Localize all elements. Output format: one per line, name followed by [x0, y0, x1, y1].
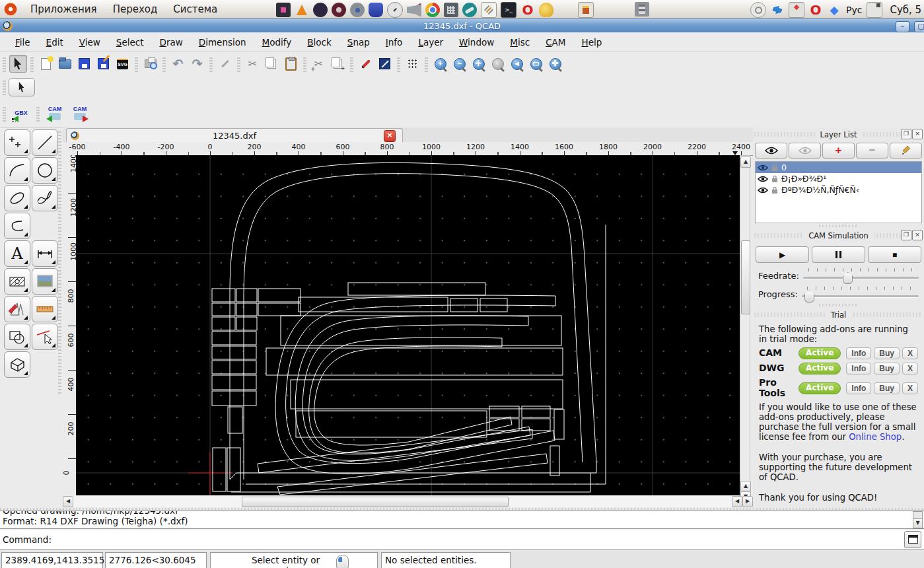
tool-arc-button[interactable]: [4, 157, 30, 184]
globe-icon[interactable]: [462, 3, 477, 17]
show-all-layers-button[interactable]: [755, 143, 787, 159]
toolbar-handle[interactable]: [3, 56, 6, 72]
palette-handle[interactable]: [58, 129, 61, 394]
zoom-out-button[interactable]: −: [450, 55, 468, 73]
tool-measure-button[interactable]: [32, 296, 58, 322]
chrome-icon[interactable]: [425, 3, 440, 17]
draw-order-button[interactable]: [216, 55, 234, 73]
menu-misc[interactable]: Misc: [503, 34, 537, 50]
menu-window[interactable]: Window: [452, 34, 501, 50]
layer-visible-icon[interactable]: [758, 164, 768, 171]
buy-button[interactable]: Buy: [874, 347, 900, 359]
auto-zoom-button[interactable]: ✛: [470, 55, 487, 73]
feedrate-slider[interactable]: [803, 268, 919, 283]
desktop-menu-places[interactable]: Переход: [105, 3, 166, 15]
toolbar-handle[interactable]: [36, 106, 40, 122]
edit-layer-button[interactable]: [890, 143, 922, 159]
opera-icon[interactable]: O: [520, 3, 535, 17]
layer-lock-icon[interactable]: [771, 186, 778, 194]
buy-button[interactable]: Buy: [874, 382, 900, 394]
toolbar-handle[interactable]: [30, 56, 34, 72]
horizontal-scroll-thumb[interactable]: [242, 497, 509, 507]
package-installer-icon[interactable]: [578, 2, 594, 18]
toolbar-handle[interactable]: [3, 106, 6, 122]
message-history[interactable]: Opened drawing: /home/nkp/12345.dxf Form…: [0, 511, 924, 529]
sc-phone-icon[interactable]: [407, 3, 421, 17]
panel-splitter[interactable]: [753, 223, 924, 229]
canvas-vertical-scrollbar[interactable]: ▲ ▲ ▼: [740, 155, 750, 504]
dismiss-button[interactable]: X: [902, 363, 918, 374]
dismiss-button[interactable]: X: [902, 347, 918, 359]
calculator-icon[interactable]: [444, 3, 458, 17]
scroll-left-icon[interactable]: ◀: [63, 496, 73, 507]
add-layer-button[interactable]: +: [822, 143, 855, 159]
layer-row[interactable]: Ð¡Ð»Ð¾Ð¹: [756, 173, 921, 184]
command-options-button[interactable]: [904, 531, 921, 548]
previous-view-button[interactable]: ◂: [508, 55, 526, 73]
cam-import-button[interactable]: CAM: [44, 104, 66, 124]
layer-visible-icon[interactable]: [758, 176, 768, 182]
tool-polyline-button[interactable]: [4, 213, 30, 239]
remove-layer-button[interactable]: −: [856, 143, 888, 159]
tablet-icon[interactable]: [867, 2, 882, 18]
scroll-right-icon[interactable]: ▶: [742, 496, 753, 507]
mail-icon[interactable]: [789, 2, 804, 18]
scroll-left2-icon[interactable]: ◀: [732, 496, 742, 507]
vertical-scroll-thumb[interactable]: [741, 240, 750, 314]
save-as-button[interactable]: [94, 55, 112, 73]
clock-search-icon[interactable]: [387, 2, 403, 18]
layer-list[interactable]: 0Ð¡Ð»Ð¾Ð¹ÐºÐ¾Ð½Ñ‚ÑƒÑ€Ñ‹: [755, 161, 922, 223]
file-cabinet-icon[interactable]: [635, 2, 649, 17]
ubuntu-logo-icon[interactable]: [4, 3, 17, 16]
info-button[interactable]: Info: [846, 382, 871, 394]
vlc-icon[interactable]: [295, 3, 309, 17]
trial-titlebar[interactable]: Trial: [754, 309, 923, 320]
toolbar-handle[interactable]: [425, 56, 428, 72]
tool-hatch-button[interactable]: [4, 268, 30, 295]
opera-ball-icon[interactable]: [313, 3, 328, 17]
toolbar-handle[interactable]: [3, 79, 6, 95]
property-editor-button[interactable]: [376, 55, 394, 73]
pause-button[interactable]: [812, 246, 865, 263]
toolbar-handle[interactable]: [209, 56, 213, 72]
pan-button[interactable]: ✜: [546, 55, 564, 73]
paste-with-reference-button[interactable]: [329, 55, 347, 73]
desktop-menu-applications[interactable]: Приложения: [22, 3, 105, 15]
tool-text-button[interactable]: A: [4, 240, 30, 267]
svg-export-button[interactable]: SVG: [114, 55, 131, 73]
float-panel-icon[interactable]: ❐: [901, 230, 911, 240]
tool-line-button[interactable]: [32, 129, 58, 156]
webcam-icon[interactable]: [332, 3, 346, 17]
undo-button[interactable]: ↶: [169, 55, 187, 73]
desktop-menu-system[interactable]: Система: [165, 3, 225, 15]
layer-row[interactable]: 0: [756, 162, 921, 173]
close-panel-icon[interactable]: ×: [912, 230, 923, 240]
scroll-down-icon[interactable]: ▼: [913, 518, 923, 528]
command-prompt[interactable]: Command:: [3, 534, 904, 545]
tool-solid-button[interactable]: [4, 351, 30, 378]
menu-info[interactable]: Info: [378, 34, 410, 50]
zoom-selection-button[interactable]: ▫: [489, 55, 507, 73]
toolbar-handle[interactable]: [350, 56, 353, 72]
gbx-import-button[interactable]: GBX: [10, 104, 32, 124]
layer-visible-icon[interactable]: [758, 187, 768, 194]
dropbox-icon[interactable]: ◆: [827, 3, 841, 17]
document-tab[interactable]: 12345.dxf ×: [66, 128, 403, 143]
sync-icon[interactable]: [770, 3, 785, 17]
float-panel-icon[interactable]: ❐: [901, 129, 911, 139]
lamp-icon[interactable]: [539, 3, 553, 17]
menu-modify[interactable]: Modify: [255, 34, 299, 50]
desktop-clock[interactable]: Суб, 5 Апр,: [890, 4, 924, 16]
layer-lock-icon[interactable]: [771, 164, 778, 172]
menu-cam[interactable]: CAM: [538, 34, 573, 50]
toolbar-handle[interactable]: [303, 56, 306, 72]
paste-button[interactable]: [282, 55, 300, 73]
database-icon[interactable]: [369, 3, 383, 17]
tool-spline-button[interactable]: [32, 185, 58, 211]
selection-pointer-button[interactable]: [9, 55, 27, 73]
opera-icon[interactable]: O: [808, 3, 823, 17]
new-drawing-button[interactable]: [37, 55, 55, 73]
toolbar-handle[interactable]: [397, 56, 400, 72]
print-preview-button[interactable]: [141, 55, 159, 73]
cut-button[interactable]: ✂: [244, 55, 262, 73]
